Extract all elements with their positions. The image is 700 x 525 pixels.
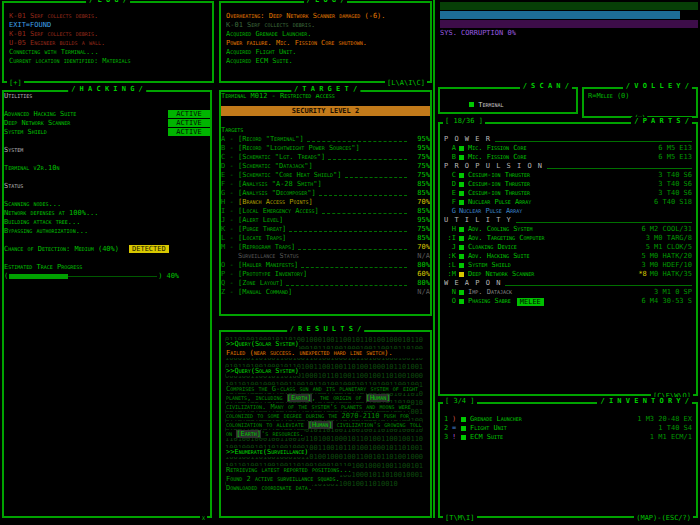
results-gap bbox=[226, 358, 425, 367]
target-command-row[interactable]: K - [Purge Threat] 75% bbox=[221, 225, 430, 234]
target-command-row[interactable]: F - [Analysis "A-28 Smith"] 85% bbox=[221, 180, 430, 189]
part-row[interactable]: D Cesium-ion Thruster 3 T40 S6 bbox=[444, 180, 692, 189]
target-command-row[interactable]: M - [Reprogram Traps] 70% bbox=[221, 243, 430, 252]
part-stat-values: 6 T40 S18 bbox=[654, 198, 692, 206]
target-command-row[interactable]: A - [Record "Terminal"] 95% bbox=[221, 135, 430, 144]
lore-link[interactable]: [Human] bbox=[308, 421, 333, 429]
volley-title: / V O L L E Y / bbox=[623, 82, 692, 91]
part-state-icon bbox=[459, 227, 464, 232]
part-key: D bbox=[444, 180, 459, 189]
target-command-row[interactable]: P - [Prototype Inventory] 60% bbox=[221, 270, 430, 279]
part-key: G bbox=[444, 207, 459, 216]
command-name: [Analysis "A-28 Smith"] bbox=[238, 180, 322, 189]
command-name: [Local Emergency Access] bbox=[238, 207, 319, 216]
target-command-row[interactable]: E - [Schematic "Core Heat Shield"] 75% bbox=[221, 171, 430, 180]
core-bar: CORE 550/550 (20% exposed) bbox=[440, 2, 698, 11]
inventory-item-row[interactable]: 1 ) Grenade Launcher 1 M3 20-48 EX bbox=[444, 415, 692, 424]
target-command-row[interactable]: D - [Schematic "Datajack"] 75% bbox=[221, 162, 430, 171]
results-gap bbox=[226, 376, 425, 385]
utility-name: System Shield bbox=[4, 128, 47, 137]
inventory-list: 1 ) Grenade Launcher 1 M3 20-48 EX 2 = F… bbox=[440, 404, 696, 442]
part-key: A bbox=[444, 144, 459, 153]
status-readout: CORE 550/550 (20% exposed) ENERGY 177/19… bbox=[440, 2, 698, 82]
part-row[interactable]: F Nuclear Pulse Array 6 T40 S18 bbox=[444, 198, 692, 207]
log-line: Overheating: Deep Network Scanner damage… bbox=[226, 12, 425, 21]
part-row[interactable]: :I Adv. Targeting Computer 3 M0 TARG/8 bbox=[444, 234, 692, 243]
item-state-icon bbox=[461, 426, 466, 431]
target-command-row[interactable]: H - [Branch Access Points] 70% bbox=[221, 198, 430, 207]
inventory-sort-buttons[interactable]: [T\M\I] bbox=[443, 514, 477, 523]
command-name: [Prototype Inventory] bbox=[238, 270, 307, 279]
part-stats: 3 M0 TARG/8 bbox=[646, 234, 692, 243]
lore-link[interactable]: [Earth] bbox=[287, 394, 312, 402]
target-command-row[interactable]: J - [Alert Level] 95% bbox=[221, 216, 430, 225]
command-name: [Manual Command] bbox=[238, 288, 292, 297]
part-name: Nuclear Pulse Array bbox=[459, 207, 522, 216]
part-row[interactable]: E Cesium-ion Thruster 3 T40 S6 bbox=[444, 189, 692, 198]
trace-bar-open: ( bbox=[4, 272, 8, 281]
part-row[interactable]: :L System Shield 3 M0 HDEF/10 bbox=[444, 261, 692, 270]
temp-row: TEMP COOL HEAT 8 (-41.0 -2.2) bbox=[440, 38, 698, 47]
command-success-chance: N/A bbox=[410, 252, 430, 261]
detected-badge: DETECTED bbox=[129, 245, 169, 253]
command-key: H - bbox=[221, 198, 238, 207]
target-command-row[interactable]: Q - [Zone Layout] 80% bbox=[221, 279, 430, 288]
command-key: A - bbox=[221, 135, 238, 144]
log-expand-button[interactable]: [+] bbox=[7, 79, 24, 88]
part-row[interactable]: :K Adv. Hacking Suite 5 M0 HATK/20 bbox=[444, 252, 692, 261]
inventory-slot-count: [ 3/4 ] bbox=[443, 397, 477, 406]
command-name: [Reprogram Traps] bbox=[238, 243, 295, 252]
lore-link[interactable]: [Earth] bbox=[236, 430, 261, 438]
item-number: 1 bbox=[444, 415, 452, 424]
target-command-row[interactable]: G - [Analysis "Decomposer"] 85% bbox=[221, 189, 430, 198]
item-name: Grenade Launcher bbox=[470, 415, 522, 424]
target-command-row[interactable]: C - [Schematic "Lgt. Treads"] 75% bbox=[221, 153, 430, 162]
results-gap bbox=[226, 439, 425, 448]
part-row[interactable]: O Phasing Sabre MELEE 6 M4 30-53 S bbox=[444, 297, 692, 306]
item-stats: 1 M1 ECM/1 bbox=[650, 433, 692, 442]
command-name: [Branch Access Points] bbox=[238, 198, 313, 207]
map-esc-buttons[interactable]: (MAP)-(ESC/?) bbox=[634, 514, 693, 523]
command-key: Z - bbox=[221, 288, 238, 297]
part-row[interactable]: H Adv. Cooling System 6 M2 COOL/31 bbox=[444, 225, 692, 234]
log-middle-title: / L O G / bbox=[304, 0, 348, 5]
command-name: [Purge Threat] bbox=[238, 225, 286, 234]
part-row[interactable]: A Mic. Fission Core 6 M5 E13 bbox=[444, 144, 692, 153]
item-name: ECM Suite bbox=[470, 433, 503, 442]
part-stat-values: 3 T40 S6 bbox=[658, 189, 692, 197]
log-line: Acquired Grenade Launcher. bbox=[226, 30, 425, 39]
log-filter-buttons[interactable]: [L\A\I\C] bbox=[385, 79, 427, 88]
target-command-row[interactable]: I - [Local Emergency Access] 85% bbox=[221, 207, 430, 216]
part-row[interactable]: B Mic. Fission Core 6 M5 E13 bbox=[444, 153, 692, 162]
part-row[interactable]: N Imp. Datajack 3 M1 0 SP bbox=[444, 288, 692, 297]
part-row[interactable]: :M Deep Network Scanner *8M0 HATK/35 bbox=[444, 270, 692, 279]
command-key: M - bbox=[221, 243, 238, 252]
log-line: Acquired ECM Suite. bbox=[226, 57, 425, 66]
part-name: Cesium-ion Thruster bbox=[468, 180, 530, 189]
target-command-row[interactable]: Surveillance Status N/A bbox=[221, 252, 430, 261]
target-command-row[interactable]: B - [Record "Lightweight Power Sources"]… bbox=[221, 144, 430, 153]
dash-filler bbox=[289, 227, 407, 232]
part-row[interactable]: C Cesium-ion Thruster 3 T40 S6 bbox=[444, 171, 692, 180]
lore-link[interactable]: [Human] bbox=[366, 394, 391, 402]
target-command-row[interactable]: O - [Hauler Manifests] 80% bbox=[221, 261, 430, 270]
log-left-lines: K-01 Serf collects debris.EXIT=FOUNDK-01… bbox=[4, 3, 212, 66]
parts-section-label: P R O P U L S I O N bbox=[444, 162, 543, 171]
target-command-row[interactable]: Z - [Manual Command] N/A bbox=[221, 288, 430, 297]
part-row[interactable]: G Nuclear Pulse Array bbox=[444, 207, 692, 216]
part-row[interactable]: J Cloaking Device 5 M1 CLOK/5 bbox=[444, 243, 692, 252]
part-key: C bbox=[444, 171, 459, 180]
command-name: [Locate Traps] bbox=[238, 234, 286, 243]
inventory-item-row[interactable]: 3 ! ECM Suite 1 M1 ECM/1 bbox=[444, 433, 692, 442]
part-stats: 3 M1 0 SP bbox=[654, 288, 692, 297]
hacking-close-button[interactable]: x bbox=[200, 514, 207, 523]
energy-bar-fill bbox=[440, 11, 680, 19]
command-success-chance: 95% bbox=[410, 135, 430, 144]
inventory-item-row[interactable]: 2 = Flight Unit 1 T40 S4 bbox=[444, 424, 692, 433]
part-stat-values: 3 T40 S6 bbox=[658, 180, 692, 188]
column-separator bbox=[433, 0, 435, 518]
target-command-row[interactable]: L - [Locate Traps] 85% bbox=[221, 234, 430, 243]
status-label: Status bbox=[4, 182, 210, 191]
log-line: Power failure. Mic. Fission Core shutdow… bbox=[226, 39, 425, 48]
item-type-glyph: ) bbox=[452, 415, 461, 424]
